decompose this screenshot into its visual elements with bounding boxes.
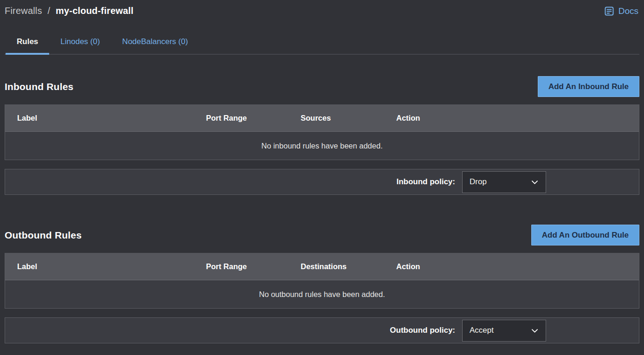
inbound-column-port-range: Port Range <box>206 114 301 123</box>
docs-link-label: Docs <box>618 6 638 16</box>
tab-rules[interactable]: Rules <box>6 33 49 54</box>
add-inbound-rule-button[interactable]: Add An Inbound Rule <box>538 76 639 97</box>
breadcrumb-separator: / <box>47 6 50 16</box>
tab-linodes[interactable]: Linodes (0) <box>49 33 111 54</box>
inbound-column-sources: Sources <box>301 114 396 123</box>
outbound-rules-table: Label Port Range Destinations Action No … <box>5 253 639 309</box>
docs-link[interactable]: Docs <box>604 6 639 17</box>
add-outbound-rule-button[interactable]: Add An Outbound Rule <box>531 225 639 245</box>
firewall-detail-page: Firewalls / my-cloud-firewall Docs Rules… <box>0 0 644 355</box>
inbound-column-action: Action <box>396 114 452 123</box>
chevron-down-icon <box>530 326 539 335</box>
inbound-empty-row: No inbound rules have been added. <box>5 132 639 160</box>
chevron-down-icon <box>530 178 539 187</box>
breadcrumb-firewalls-link[interactable]: Firewalls <box>5 6 42 16</box>
inbound-rules-title: Inbound Rules <box>5 81 73 92</box>
inbound-column-label: Label <box>5 114 206 123</box>
outbound-section-header: Outbound Rules Add An Outbound Rule <box>5 225 639 245</box>
outbound-column-action: Action <box>396 262 452 271</box>
tab-bar: Rules Linodes (0) NodeBalancers (0) <box>5 33 639 55</box>
inbound-policy-row: Inbound policy: Drop <box>5 169 639 195</box>
inbound-table-header-row: Label Port Range Sources Action <box>5 104 639 132</box>
outbound-table-header-row: Label Port Range Destinations Action <box>5 253 639 280</box>
inbound-empty-message: No inbound rules have been added. <box>261 142 382 150</box>
breadcrumb-current-firewall: my-cloud-firewall <box>56 6 134 16</box>
header-bar: Firewalls / my-cloud-firewall Docs <box>5 6 639 17</box>
outbound-policy-label: Outbound policy: <box>390 326 455 335</box>
outbound-column-label: Label <box>5 262 206 271</box>
outbound-rules-title: Outbound Rules <box>5 230 82 241</box>
outbound-empty-row: No outbound rules have been added. <box>5 280 639 308</box>
outbound-policy-value: Accept <box>470 326 494 335</box>
outbound-policy-row: Outbound policy: Accept <box>5 317 639 343</box>
outbound-column-destinations: Destinations <box>301 262 396 271</box>
inbound-policy-label: Inbound policy: <box>396 177 455 187</box>
tab-nodebalancers[interactable]: NodeBalancers (0) <box>111 33 199 54</box>
inbound-policy-select[interactable]: Drop <box>462 171 546 193</box>
inbound-rules-table: Label Port Range Sources Action No inbou… <box>5 104 639 160</box>
inbound-section-header: Inbound Rules Add An Inbound Rule <box>5 76 639 97</box>
outbound-policy-select[interactable]: Accept <box>462 320 546 342</box>
breadcrumb: Firewalls / my-cloud-firewall <box>5 6 134 16</box>
outbound-column-port-range: Port Range <box>206 262 301 271</box>
outbound-empty-message: No outbound rules have been added. <box>259 290 385 299</box>
document-icon <box>604 6 615 17</box>
inbound-policy-value: Drop <box>470 177 487 187</box>
